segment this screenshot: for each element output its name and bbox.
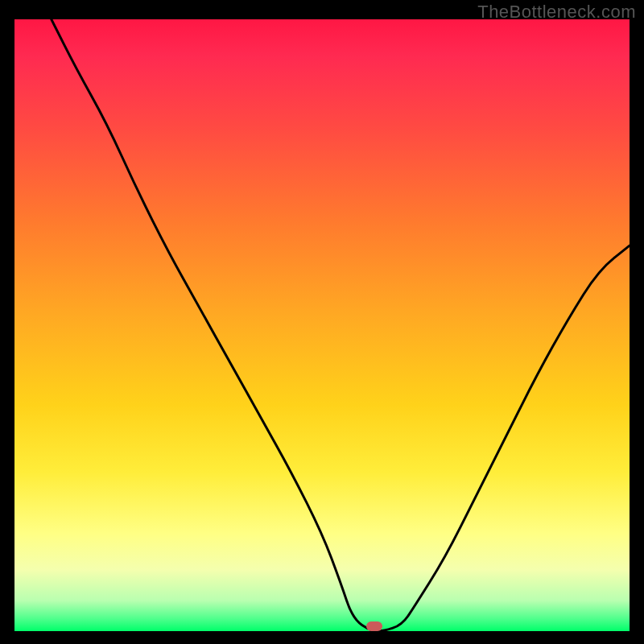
watermark-text: TheBottleneck.com xyxy=(477,2,636,23)
chart-container: TheBottleneck.com xyxy=(0,0,644,644)
curve-layer xyxy=(14,19,630,631)
bottleneck-curve xyxy=(52,19,630,631)
plot-area xyxy=(14,19,630,631)
optimal-marker xyxy=(366,621,382,631)
